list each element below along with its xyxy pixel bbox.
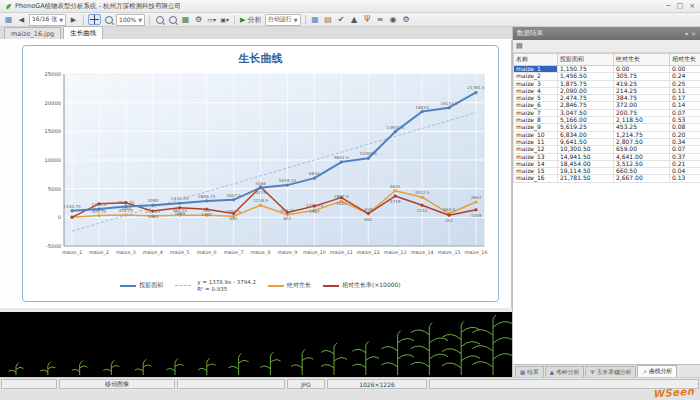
- table-cell[interactable]: 0.07: [670, 146, 700, 153]
- table-row[interactable]: maize_106,834.001,214.750.20: [514, 131, 700, 138]
- table-cell[interactable]: 9,641.50: [558, 138, 614, 145]
- table-row[interactable]: maize_85,166.002,118.500.53: [514, 117, 700, 124]
- table-cell[interactable]: 305.75: [614, 73, 670, 80]
- table-cell[interactable]: maize_13: [514, 153, 558, 160]
- document-icon[interactable]: ▤: [323, 14, 334, 25]
- table-cell[interactable]: 21,781.50: [558, 175, 614, 182]
- table-cell[interactable]: 3,512.50: [614, 160, 670, 167]
- table-cell[interactable]: 419.25: [614, 80, 670, 87]
- table-cell[interactable]: 0.00: [670, 66, 700, 73]
- table-cell[interactable]: maize_10: [514, 131, 558, 138]
- table-cell[interactable]: 0.04: [670, 168, 700, 175]
- table-cell[interactable]: 453.25: [614, 124, 670, 131]
- table-cell[interactable]: 1,150.75: [558, 66, 614, 73]
- table-cell[interactable]: 2,846.75: [558, 102, 614, 109]
- table-cell[interactable]: 0.37: [670, 153, 700, 160]
- table-cell[interactable]: 0.13: [670, 175, 700, 182]
- table-cell[interactable]: maize_5: [514, 95, 558, 102]
- picture-icon[interactable]: ▦: [310, 14, 321, 25]
- table-cell[interactable]: 1,214.75: [614, 131, 670, 138]
- page-indicator-combo[interactable]: 16/16 张 ▼: [29, 14, 66, 26]
- table-cell[interactable]: 659.00: [614, 146, 670, 153]
- table-cell[interactable]: 0.25: [670, 80, 700, 87]
- table-cell[interactable]: maize_12: [514, 146, 558, 153]
- table-cell[interactable]: 0.14: [670, 102, 700, 109]
- table-cell[interactable]: 214.25: [614, 87, 670, 94]
- table-cell[interactable]: maize_6: [514, 102, 558, 109]
- next-image-button[interactable]: ▶: [68, 14, 79, 25]
- maize-image-strip[interactable]: [0, 312, 512, 377]
- panel-close-icon[interactable]: ×: [691, 30, 696, 37]
- table-cell[interactable]: 0.00: [614, 66, 670, 73]
- image-list-icon[interactable]: ▦: [3, 14, 14, 25]
- table-row[interactable]: maize_73,047.50200.750.07: [514, 109, 700, 116]
- zoom-tool-button[interactable]: [103, 14, 114, 25]
- prev-image-button[interactable]: ◀: [16, 14, 27, 25]
- gear-icon[interactable]: ⚙: [401, 14, 412, 25]
- filter-icon[interactable]: Ψ: [362, 14, 373, 25]
- table-cell[interactable]: 0.17: [670, 95, 700, 102]
- table-cell[interactable]: maize_1: [514, 66, 558, 73]
- panel-tab-1[interactable]: ▲考种分析: [545, 366, 584, 377]
- table-cell[interactable]: 0.11: [670, 87, 700, 94]
- shape-dropdown[interactable]: ▭▾: [206, 14, 217, 25]
- table-cell[interactable]: 384.75: [614, 95, 670, 102]
- table-cell[interactable]: 2,118.50: [614, 117, 670, 124]
- table-row[interactable]: maize_1418,454.003,512.500.21: [514, 160, 700, 167]
- table-cell[interactable]: 0.07: [670, 109, 700, 116]
- tab-maize-image[interactable]: maize_16.jpg: [4, 27, 61, 39]
- list-icon[interactable]: ≡: [375, 14, 386, 25]
- table-row[interactable]: maize_31,875.75419.250.25: [514, 80, 700, 87]
- panel-tab-2[interactable]: Ψ玉米果穗分析: [585, 366, 636, 377]
- table-cell[interactable]: 14,941.50: [558, 153, 614, 160]
- column-header[interactable]: 名称: [514, 54, 558, 66]
- move-tool-button[interactable]: [88, 14, 101, 25]
- column-header[interactable]: 相对生长: [670, 54, 700, 66]
- panel-tab-3[interactable]: ↗曲线分析: [637, 365, 677, 377]
- table-cell[interactable]: 200.75: [614, 109, 670, 116]
- table-cell[interactable]: maize_3: [514, 80, 558, 87]
- table-cell[interactable]: 372.00: [614, 102, 670, 109]
- table-cell[interactable]: 0.20: [670, 131, 700, 138]
- table-row[interactable]: maize_52,474.75384.750.17: [514, 95, 700, 102]
- table-cell[interactable]: 1,456.50: [558, 73, 614, 80]
- table-cell[interactable]: 19,114.50: [558, 168, 614, 175]
- table-cell[interactable]: 2,090.00: [558, 87, 614, 94]
- check-icon[interactable]: ✔: [336, 14, 347, 25]
- region-dropdown[interactable]: ▣▾: [219, 14, 230, 25]
- table-cell[interactable]: 5,619.25: [558, 124, 614, 131]
- analyze-button[interactable]: ▶ 分析: [239, 14, 263, 25]
- table-row[interactable]: maize_119,641.502,807.500.34: [514, 138, 700, 145]
- minimize-button[interactable]: ─: [666, 2, 670, 10]
- table-row[interactable]: maize_1314,941.504,641.000.37: [514, 153, 700, 160]
- pin-icon[interactable]: ▾: [685, 30, 688, 37]
- table-row[interactable]: maize_1519,114.50660.500.04: [514, 168, 700, 175]
- table-cell[interactable]: 10,300.50: [558, 146, 614, 153]
- table-cell[interactable]: maize_2: [514, 73, 558, 80]
- table-row[interactable]: maize_1210,300.50659.000.07: [514, 146, 700, 153]
- settings-gear-icon[interactable]: ⚙: [193, 14, 204, 25]
- tab-growth-curve[interactable]: 生长曲线: [63, 26, 103, 39]
- table-cell[interactable]: maize_7: [514, 109, 558, 116]
- table-cell[interactable]: 0.08: [670, 124, 700, 131]
- zoom-out-button[interactable]: [167, 14, 178, 25]
- grid-view-icon[interactable]: ▦: [180, 14, 191, 25]
- table-row[interactable]: maize_95,619.25453.250.08: [514, 124, 700, 131]
- chart-icon[interactable]: ▲: [349, 14, 360, 25]
- table-cell[interactable]: 4,641.00: [614, 153, 670, 160]
- table-cell[interactable]: 0.53: [670, 117, 700, 124]
- column-header[interactable]: 投影面积: [558, 54, 614, 66]
- maximize-button[interactable]: □: [677, 2, 684, 10]
- table-row[interactable]: maize_1621,781.502,667.000.13: [514, 175, 700, 182]
- table-cell[interactable]: 2,474.75: [558, 95, 614, 102]
- table-cell[interactable]: maize_15: [514, 168, 558, 175]
- table-cell[interactable]: 0.21: [670, 160, 700, 167]
- column-header[interactable]: 绝对生长: [614, 54, 670, 66]
- table-cell[interactable]: maize_9: [514, 124, 558, 131]
- table-cell[interactable]: 0.24: [670, 73, 700, 80]
- table-cell[interactable]: maize_14: [514, 160, 558, 167]
- table-cell[interactable]: maize_8: [514, 117, 558, 124]
- growth-curve-chart[interactable]: -50000500010000150002000025000maize_1mai…: [28, 66, 494, 278]
- table-row[interactable]: maize_21,456.50305.750.24: [514, 73, 700, 80]
- zoom-in-button[interactable]: [154, 14, 165, 25]
